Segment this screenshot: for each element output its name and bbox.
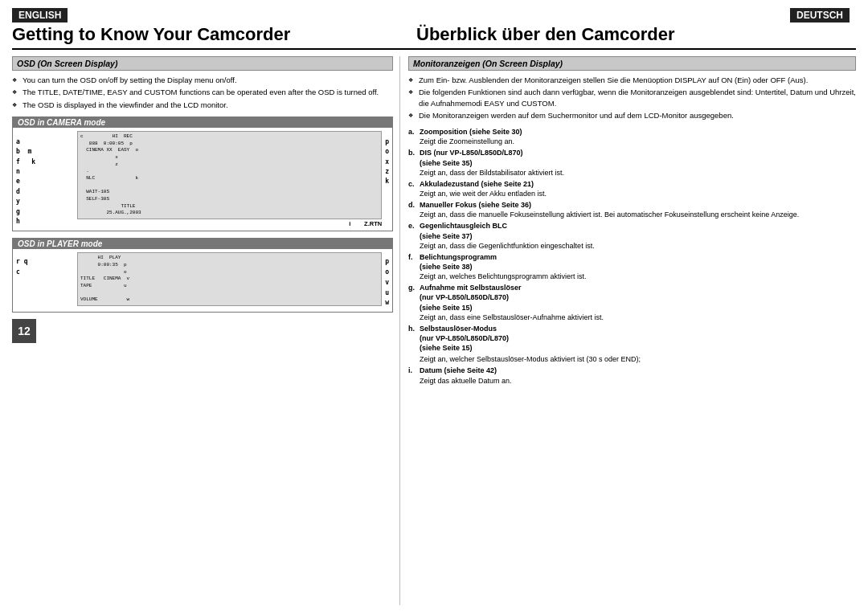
bullet-1: You can turn the OSD on/off by setting t… — [12, 75, 393, 85]
label-text-h: Selbstauslöser-Modus(nur VP-L850/L850D/L… — [420, 324, 509, 353]
header-german: DEUTSCH Überblick über den Camcorder — [400, 8, 856, 45]
right-label-g: g. Aufnahme mit Selbstauslöser(nur VP-L8… — [408, 283, 856, 322]
right-bullet-1: Zum Ein- bzw. Ausblenden der Monitoranze… — [408, 75, 856, 85]
label-text-b: DIS (nur VP-L850/L850D/L870)(siehe Seite… — [420, 148, 564, 177]
osd-camera-title: OSD in CAMERA mode — [13, 117, 392, 128]
right-bullet-2: Die folgenden Funktionen sind auch dann … — [408, 87, 856, 108]
right-label-h-extra: Zeigt an, welcher Selbstauslöser-Modus a… — [408, 354, 856, 364]
title-english: Getting to Know Your Camcorder — [12, 24, 400, 45]
camera-screen: c HI REC 888 0:00:05 p CINEMA XX EASY o … — [77, 131, 382, 227]
right-label-h: h. Selbstauslöser-Modus(nur VP-L850/L850… — [408, 324, 856, 353]
right-label-c: c. Akkuladezustand (siehe Seite 21)Zeigt… — [408, 179, 856, 198]
label-key-a: a. — [408, 127, 420, 146]
label-key-e: e. — [408, 221, 420, 250]
label-key-d: d. — [408, 200, 420, 219]
right-label-d: d. Manueller Fokus (siehe Seite 36)Zeigt… — [408, 200, 856, 219]
right-label-a: a. Zoomposition (siehe Seite 30)Zeigt di… — [408, 127, 856, 146]
page-number-badge: 12 — [12, 319, 36, 343]
label-key-b: b. — [408, 148, 420, 177]
left-bullets: You can turn the OSD on/off by setting t… — [12, 75, 393, 110]
left-column: OSD (On Screen Display) You can turn the… — [12, 56, 400, 605]
label-key-f: f. — [408, 252, 420, 281]
badge-row-en: ENGLISH — [12, 8, 400, 22]
osd-camera-box: OSD in CAMERA mode a b m f k n e — [12, 116, 393, 231]
label-text-h-extra: Zeigt an, welcher Selbstauslöser-Modus a… — [420, 354, 641, 364]
right-label-b: b. DIS (nur VP-L850/L850D/L870)(siehe Se… — [408, 148, 856, 177]
label-text-f: Belichtungsprogramm(siehe Seite 38)Zeigt… — [420, 252, 587, 281]
osd-camera-body: a b m f k n e d y g h — [13, 128, 392, 231]
right-label-e: e. Gegenlichtausgleich BLC(siehe Seite 3… — [408, 221, 856, 250]
player-cam-art: r q c — [16, 252, 74, 309]
label-text-c: Akkuladezustand (siehe Seite 21)Zeigt an… — [420, 179, 547, 198]
label-key-c: c. — [408, 179, 420, 198]
player-screen: HI PLAY 0:00:35 p o TITLE CINEMA v TAPE … — [77, 252, 382, 309]
label-text-i: Datum (siehe Seite 42)Zeigt das aktuelle… — [420, 366, 512, 385]
label-key-i: i. — [408, 366, 420, 385]
right-bullets: Zum Ein- bzw. Ausblenden der Monitoranze… — [408, 75, 856, 121]
title-german: Überblick über den Camcorder — [416, 24, 856, 45]
label-key-h: h. — [408, 324, 420, 353]
camera-art: a b m f k n e d y g h — [16, 131, 74, 227]
header-english: ENGLISH Getting to Know Your Camcorder — [12, 8, 400, 45]
label-text-e: Gegenlichtausgleich BLC(siehe Seite 37)Z… — [420, 221, 595, 250]
german-badge: DEUTSCH — [790, 8, 850, 22]
player-screen-content: HI PLAY 0:00:35 p o TITLE CINEMA v TAPE … — [77, 252, 382, 306]
right-column: Monitoranzeigen (On Screen Display) Zum … — [400, 56, 856, 605]
bullet-3: The OSD is displayed in the viewfinder a… — [12, 100, 393, 110]
osd-player-body: r q c HI PLAY 0:00:35 p o TITLE CINEMA v… — [13, 249, 392, 312]
page-number-area: 12 — [12, 319, 393, 343]
osd-player-box: OSD in PLAYER mode r q c HI PLAY 0 — [12, 238, 393, 313]
label-key-h-extra — [408, 354, 420, 364]
right-labels: a. Zoomposition (siehe Seite 30)Zeigt di… — [408, 127, 856, 386]
label-text-g: Aufnahme mit Selbstauslöser(nur VP-L850/… — [420, 283, 604, 322]
page: ENGLISH Getting to Know Your Camcorder D… — [0, 0, 868, 613]
right-bullet-3: Die Monitoranzeigen werden auf dem Suche… — [408, 110, 856, 121]
right-label-f: f. Belichtungsprogramm(siehe Seite 38)Ze… — [408, 252, 856, 281]
label-key-g: g. — [408, 283, 420, 322]
osd-section-title-right: Monitoranzeigen (On Screen Display) — [408, 56, 856, 71]
header: ENGLISH Getting to Know Your Camcorder D… — [12, 8, 856, 50]
bullet-2: The TITLE, DATE/TIME, EASY and CUSTOM fu… — [12, 87, 393, 97]
english-badge: ENGLISH — [12, 8, 68, 22]
osd-player-title: OSD in PLAYER mode — [13, 239, 392, 249]
osd-section-title-left: OSD (On Screen Display) — [12, 56, 393, 71]
label-text-d: Manueller Fokus (siehe Seite 36)Zeigt an… — [420, 200, 799, 219]
label-text-a: Zoomposition (siehe Seite 30)Zeigt die Z… — [420, 127, 522, 146]
camera-screen-content: c HI REC 888 0:00:05 p CINEMA XX EASY o … — [77, 131, 382, 219]
right-label-i: i. Datum (siehe Seite 42)Zeigt das aktue… — [408, 366, 856, 385]
main-content: OSD (On Screen Display) You can turn the… — [12, 56, 856, 605]
